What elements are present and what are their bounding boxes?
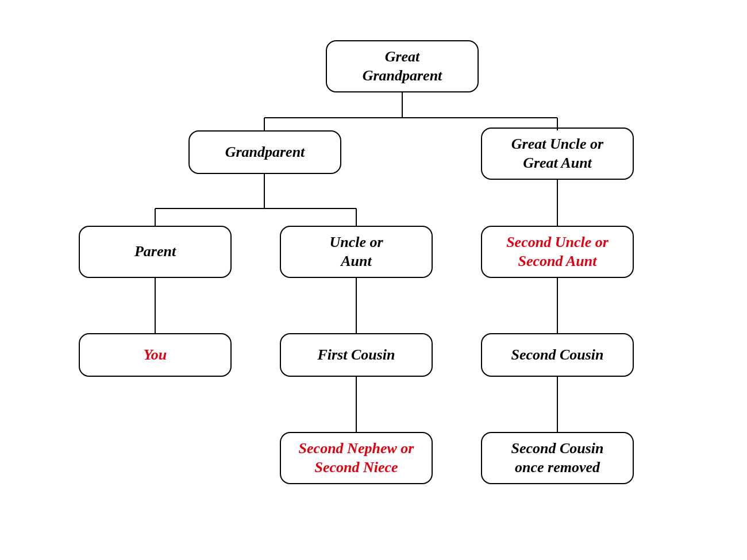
node-grandparent: Grandparent [188, 130, 341, 174]
node-second-cousin-once-removed: Second Cousin once removed [481, 432, 634, 484]
family-tree-diagram: Great Grandparent Grandparent Great Uncl… [0, 0, 747, 560]
node-parent: Parent [79, 226, 232, 278]
node-great-uncle-aunt: Great Uncle or Great Aunt [481, 128, 634, 180]
node-second-nephew-niece: Second Nephew or Second Niece [280, 432, 433, 484]
node-you: You [79, 333, 232, 377]
node-second-uncle-aunt: Second Uncle or Second Aunt [481, 226, 634, 278]
node-first-cousin: First Cousin [280, 333, 433, 377]
node-uncle-aunt: Uncle or Aunt [280, 226, 433, 278]
node-great-grandparent: Great Grandparent [326, 40, 479, 92]
node-second-cousin: Second Cousin [481, 333, 634, 377]
